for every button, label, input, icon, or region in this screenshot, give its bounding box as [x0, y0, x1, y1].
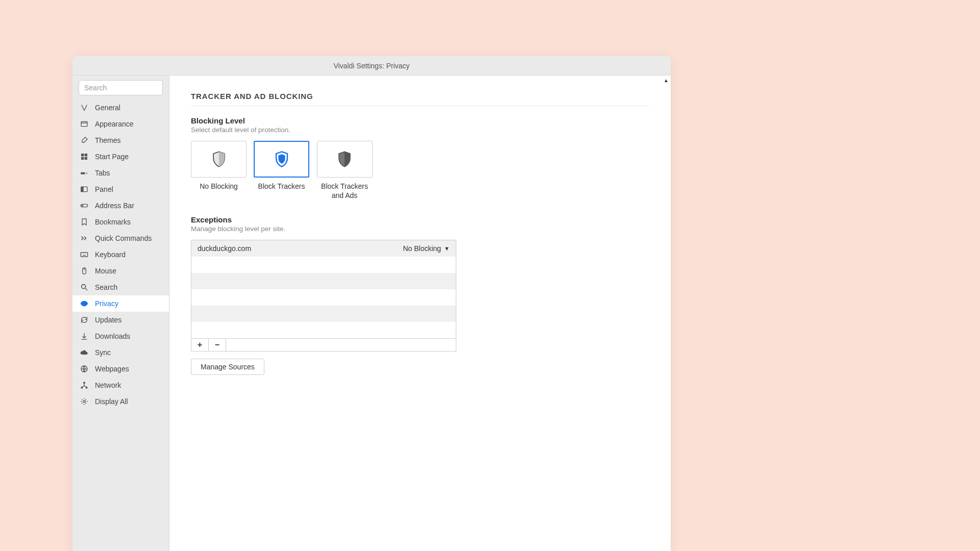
keyboard-icon: [80, 250, 89, 259]
svg-line-21: [85, 288, 87, 290]
globe-icon: [80, 364, 89, 373]
sidebar-item-label: Appearance: [95, 120, 134, 128]
addressbar-icon: [80, 201, 89, 210]
grid-icon: [80, 152, 89, 161]
sidebar-item-appearance[interactable]: Appearance: [72, 116, 169, 132]
svg-rect-0: [81, 121, 87, 126]
shield-icon: [317, 141, 373, 178]
svg-rect-6: [81, 172, 85, 174]
sidebar-item-themes[interactable]: Themes: [72, 132, 169, 148]
window-body: GeneralAppearanceThemesStart PageTabsPan…: [72, 76, 671, 551]
sidebar-item-label: Search: [95, 283, 117, 291]
exceptions-toolbar: + −: [191, 338, 456, 351]
search-input[interactable]: [79, 80, 163, 95]
blocking-option-block-trackers[interactable]: Block Trackers: [254, 141, 309, 200]
sidebar-item-tabs[interactable]: Tabs: [72, 165, 169, 181]
tabs-icon: [80, 168, 89, 178]
bookmark-icon: [80, 217, 89, 227]
sidebar-item-display-all[interactable]: Display All: [72, 393, 169, 410]
svg-rect-5: [85, 157, 87, 160]
section-title: TRACKER AND AD BLOCKING: [191, 92, 649, 106]
blocking-option-block-trackers-and-ads[interactable]: Block Trackers and Ads: [316, 141, 373, 200]
vivaldi-icon: [80, 103, 89, 112]
manage-sources-button[interactable]: Manage Sources: [191, 359, 264, 375]
exception-row[interactable]: [191, 273, 456, 289]
chevrons-icon: [80, 234, 89, 243]
exceptions-description: Manage blocking level per site.: [191, 225, 649, 233]
exception-row[interactable]: [191, 257, 456, 273]
sidebar-item-privacy[interactable]: Privacy: [72, 295, 169, 312]
exception-row[interactable]: [191, 322, 456, 338]
exception-row[interactable]: [191, 289, 456, 306]
blocking-option-no-blocking[interactable]: No Blocking: [191, 141, 247, 200]
sidebar-item-quick-commands[interactable]: Quick Commands: [72, 230, 169, 246]
settings-content: ▲ TRACKER AND AD BLOCKING Blocking Level…: [169, 76, 671, 551]
sidebar-item-bookmarks[interactable]: Bookmarks: [72, 214, 169, 230]
svg-point-11: [82, 205, 83, 206]
svg-rect-7: [86, 172, 88, 174]
exception-row[interactable]: duckduckgo.comNo Blocking▼: [191, 240, 456, 257]
exception-row[interactable]: [191, 306, 456, 322]
sidebar-item-label: Bookmarks: [95, 218, 131, 226]
sidebar-item-label: Webpages: [95, 365, 129, 373]
svg-rect-2: [81, 154, 84, 156]
svg-point-22: [83, 303, 85, 305]
add-exception-button[interactable]: +: [191, 339, 209, 351]
svg-rect-9: [81, 187, 83, 191]
sidebar-item-label: General: [95, 104, 120, 112]
eye-icon: [80, 299, 89, 308]
sidebar-item-search[interactable]: Search: [72, 279, 169, 295]
blocking-level-title: Blocking Level: [191, 116, 649, 125]
sidebar-item-label: Start Page: [95, 153, 129, 161]
sidebar-item-network[interactable]: Network: [72, 377, 169, 393]
sidebar-item-keyboard[interactable]: Keyboard: [72, 246, 169, 263]
window-icon: [80, 119, 89, 129]
gear-icon: [80, 397, 89, 406]
cloud-icon: [80, 348, 89, 357]
sidebar-item-label: Quick Commands: [95, 234, 152, 242]
option-label: Block Trackers: [258, 182, 305, 191]
network-icon: [80, 381, 89, 390]
sidebar-item-panel[interactable]: Panel: [72, 181, 169, 197]
sidebar-item-label: Downloads: [95, 332, 130, 340]
mouse-icon: [80, 266, 89, 276]
chevron-down-icon: ▼: [444, 245, 450, 252]
sidebar-item-label: Network: [95, 381, 121, 389]
sidebar-item-sync[interactable]: Sync: [72, 344, 169, 361]
settings-window: Vivaldi Settings: Privacy GeneralAppeara…: [72, 56, 671, 551]
window-title: Vivaldi Settings: Privacy: [72, 56, 671, 76]
option-label: No Blocking: [200, 182, 238, 191]
sidebar-item-mouse[interactable]: Mouse: [72, 263, 169, 279]
remove-exception-button[interactable]: −: [209, 339, 226, 351]
sidebar-item-downloads[interactable]: Downloads: [72, 328, 169, 344]
sidebar-item-label: Keyboard: [95, 251, 126, 259]
blocking-level-description: Select default level of protection.: [191, 126, 649, 134]
sidebar-item-webpages[interactable]: Webpages: [72, 361, 169, 377]
sidebar-item-start-page[interactable]: Start Page: [72, 148, 169, 165]
exceptions-title: Exceptions: [191, 215, 649, 224]
sidebar-item-label: Tabs: [95, 169, 110, 177]
scroll-up-icon[interactable]: ▲: [664, 78, 669, 83]
sidebar-item-label: Display All: [95, 397, 128, 406]
sidebar-item-label: Themes: [95, 136, 121, 144]
sidebar-item-address-bar[interactable]: Address Bar: [72, 197, 169, 214]
exception-site: duckduckgo.com: [198, 244, 251, 253]
sidebar-item-general[interactable]: General: [72, 99, 169, 116]
sidebar-item-label: Updates: [95, 316, 121, 324]
sidebar-item-label: Address Bar: [95, 202, 134, 210]
settings-sidebar: GeneralAppearanceThemesStart PageTabsPan…: [72, 76, 169, 551]
shield-icon: [254, 141, 309, 178]
sidebar-item-label: Sync: [95, 348, 111, 357]
brush-icon: [80, 136, 89, 145]
sidebar-item-label: Panel: [95, 185, 113, 193]
svg-rect-12: [81, 253, 87, 257]
svg-rect-3: [85, 154, 87, 156]
exceptions-list: duckduckgo.comNo Blocking▼ + −: [191, 240, 456, 352]
panel-icon: [80, 185, 89, 194]
svg-rect-4: [81, 157, 84, 160]
sidebar-item-updates[interactable]: Updates: [72, 312, 169, 328]
option-label: Block Trackers and Ads: [316, 182, 373, 200]
exception-level-select[interactable]: No Blocking▼: [403, 244, 450, 253]
blocking-level-options: No BlockingBlock TrackersBlock Trackers …: [191, 141, 649, 200]
shield-icon: [191, 141, 247, 178]
